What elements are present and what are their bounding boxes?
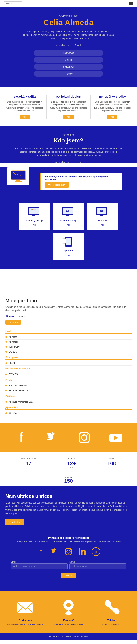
portfolio-item: Wix jQuery [6, 411, 131, 416]
service-link-app[interactable]: více [67, 254, 70, 256]
instagram-icon [77, 430, 91, 445]
hero-tab-about[interactable]: Autor obrázku [55, 44, 69, 47]
feature-btn-2[interactable]: více [63, 114, 74, 119]
newsletter-submit-button[interactable]: Odeslat [61, 572, 76, 578]
newsletter-name-input[interactable] [69, 564, 126, 569]
portfolio-tab-projects[interactable]: Obrázky [6, 315, 14, 317]
service-name-graphic: Grafický design [22, 219, 47, 222]
projects-count-value: 150 [2, 478, 135, 484]
portfolio-title: Moje portfolio [6, 298, 131, 304]
spacer-2 [0, 276, 137, 283]
service-link-web[interactable]: více [67, 224, 70, 226]
stat-months: Měsíc 108 [107, 458, 116, 468]
dot-icon [6, 346, 7, 348]
spacer-1 [0, 269, 137, 276]
service-card-app: Aplikace více [53, 233, 84, 260]
about-title: Kdo jsem? [4, 137, 133, 144]
hero-pill-3[interactable]: Schopnosti [34, 64, 103, 70]
dot-icon [6, 351, 7, 352]
facebook-icon: f [14, 430, 29, 445]
search-input[interactable] [4, 2, 22, 6]
dot-icon [6, 336, 7, 338]
portfolio-section-host: Host [6, 328, 131, 334]
feature-btn-1[interactable]: více [20, 114, 30, 119]
features-section: vysoká kvalita Duis aute irure dolor in … [0, 88, 137, 126]
about-label: Něco o mně [4, 134, 133, 136]
hero-subtitle: Ahoj všichni, jsem [4, 14, 133, 17]
hero-section: Ahoj všichni, jsem Celia Almeda Jsem dig… [0, 7, 137, 88]
twitter-icon-box[interactable] [44, 428, 62, 447]
hero-pill-4[interactable]: Projekty [34, 71, 103, 76]
cta-description: Etiam eget velit scelerisque et dictum c… [6, 501, 131, 515]
feature-title-2: perfektní design [50, 95, 87, 98]
nl-pinterest-icon: p [91, 547, 100, 556]
about-tab-about[interactable]: Autor obrázku [55, 161, 69, 164]
hero-pills: Pokračovat Galerie Schopnosti Projekty [4, 50, 133, 76]
about-description: Ahoj, já jsem Jack Smith. Kliknutím sem … [14, 147, 123, 158]
portfolio-filter-button[interactable]: Vybrat vše [6, 320, 21, 325]
contact-desc-location: Přijte pozdravit do naší kanceláře. [49, 623, 88, 626]
phone-icon [103, 598, 121, 617]
svg-point-26 [82, 435, 87, 440]
svg-rect-0 [11, 171, 26, 180]
hero-pill-2[interactable]: Galerie [34, 57, 103, 63]
navigation [0, 0, 137, 7]
web-design-icon: UI [61, 206, 76, 217]
software-icon: </> [95, 206, 110, 217]
feature-btn-3[interactable]: více [107, 114, 117, 119]
nl-pinterest-icon-box[interactable]: p [90, 546, 101, 557]
envelope-icon [16, 598, 34, 617]
newsletter-email-input[interactable] [11, 564, 68, 569]
svg-point-42 [66, 603, 71, 607]
contact-title-phone: Telefon [92, 619, 131, 622]
about-tab-profile[interactable]: Freepik [74, 161, 82, 164]
facebook-icon-box[interactable]: f [12, 428, 30, 447]
service-link-software[interactable]: více [101, 224, 104, 226]
svg-text:</>: </> [99, 209, 104, 212]
hamburger-menu[interactable] [129, 2, 133, 5]
feature-desc-2: Duis aute irure dolor in reprehenderit i… [50, 100, 87, 112]
hero-pill-1[interactable]: Pokračovat [34, 50, 103, 56]
about-content-row: Jsem rád, že vím, že více než 300 projek… [0, 167, 137, 200]
nl-facebook-icon-box[interactable]: f [36, 546, 47, 557]
portfolio-tabs: Obrázky Freepik [6, 315, 131, 317]
portfolio-description: Ut enim ad minim veniam, quis nostrud ex… [6, 305, 131, 312]
about-quote-box: Jsem rád, že vím, že více než 300 projek… [40, 172, 122, 190]
portfolio-item: Animation [6, 340, 131, 344]
portfolio-tab-profile[interactable]: Freepik [18, 315, 25, 317]
newsletter-email-group: Email [11, 561, 68, 569]
contact-section: Graf k nám Náš přátelský tým je tu, aby … [0, 591, 137, 633]
portfolio-item: Animace [6, 335, 131, 340]
svg-rect-5 [29, 208, 39, 214]
cta-section: Nam ultrices ultrices Etiam eget velit s… [0, 486, 137, 591]
about-quote-text: Jsem rád, že vím, že více než 300 projek… [45, 175, 119, 181]
dot-icon [6, 385, 7, 386]
nl-linkedin-icon-box[interactable] [77, 546, 88, 557]
nl-twitter-icon [50, 547, 59, 556]
service-card-software: </> Software více [87, 203, 118, 230]
svg-rect-18 [99, 216, 104, 216]
newsletter-name-label: Name [69, 561, 126, 563]
cta-button[interactable]: Kontakt » [6, 519, 24, 525]
twitter-icon [46, 430, 60, 445]
social-bar: f [0, 423, 137, 452]
cta-title: Nam ultrices ultrices [6, 493, 131, 499]
nl-linkedin-icon [78, 547, 87, 556]
hero-tab-profile[interactable]: Freepik [74, 44, 82, 47]
stat-awards-value: 17 [21, 460, 36, 466]
youtube-icon-box[interactable] [107, 428, 125, 447]
svg-rect-13 [65, 216, 70, 216]
about-cta-button[interactable]: Více o projektech [45, 182, 69, 188]
stats-section: ocenění získána 17 XF LET 12+ Měsíc Měsí… [0, 452, 137, 474]
nl-instagram-icon-box[interactable] [63, 546, 74, 557]
instagram-icon-box[interactable] [75, 428, 93, 447]
stat-xf-value: 12+ [67, 460, 76, 466]
footer-text: Sample text. Click to select the Text El… [48, 635, 89, 638]
nl-twitter-icon-box[interactable] [49, 546, 60, 557]
stat-awards-label: ocenění získána [21, 458, 36, 460]
dot-icon [6, 374, 7, 375]
service-link-graphic[interactable]: více [33, 224, 36, 226]
dot-icon [6, 401, 7, 402]
feature-col-1: vysoká kvalita Duis aute irure dolor in … [4, 95, 46, 119]
youtube-icon [108, 430, 123, 445]
